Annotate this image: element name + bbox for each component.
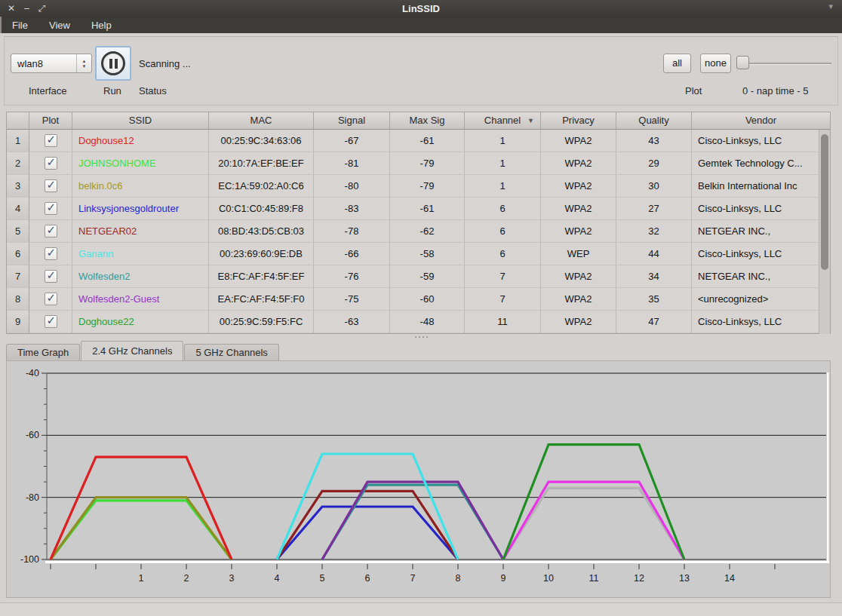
svg-text:5: 5: [320, 573, 325, 584]
vendor-cell: Cisco-Linksys, LLC: [692, 311, 830, 333]
plot-checkbox[interactable]: ✓: [45, 247, 57, 260]
naptime-label: 0 - nap time - 5: [742, 85, 808, 97]
check-icon: ✓: [47, 246, 57, 259]
check-icon: ✓: [47, 314, 57, 327]
svg-text:1: 1: [139, 573, 144, 584]
column-header-quality[interactable]: Quality: [616, 112, 692, 129]
interface-select[interactable]: wlan8 ▲ ▼: [11, 54, 92, 73]
plot-checkbox[interactable]: ✓: [45, 270, 57, 283]
plot-checkbox[interactable]: ✓: [45, 134, 57, 147]
scrollbar-thumb[interactable]: [821, 134, 828, 270]
svg-text:12: 12: [634, 573, 644, 584]
quality-cell: 35: [616, 288, 692, 311]
column-header-vendor[interactable]: Vendor: [692, 112, 830, 129]
column-header-max-sig[interactable]: Max Sig: [390, 112, 465, 129]
channel-cell: 6: [465, 220, 541, 243]
menu-item-help[interactable]: Help: [81, 18, 122, 32]
mac-cell: EA:FC:AF:F4:5F:F0: [209, 288, 314, 311]
naptime-slider-handle[interactable]: [736, 56, 749, 69]
ssid-cell: Linksysjonesgoldrouter: [72, 198, 209, 220]
svg-text:2: 2: [184, 573, 189, 584]
column-header-privacy[interactable]: Privacy: [541, 112, 616, 129]
max-sig-cell: -79: [390, 175, 465, 198]
splitter-handle[interactable]: [410, 335, 432, 339]
max-sig-cell: -61: [390, 198, 465, 220]
status-label: Status: [139, 85, 167, 97]
privacy-cell: WPA2: [541, 130, 616, 152]
menu-item-file[interactable]: File: [2, 18, 38, 32]
table-vertical-scrollbar[interactable]: [819, 130, 830, 334]
plot-cell: ✓: [29, 152, 72, 175]
table-header: PlotSSIDMACSignalMax SigChannel▼PrivacyQ…: [7, 112, 830, 130]
table-row[interactable]: 3✓belkin.0c6EC:1A:59:02:A0:C6-80-791WPA2…: [7, 175, 830, 198]
plot-all-button[interactable]: all: [663, 54, 691, 73]
svg-text:6: 6: [365, 573, 370, 584]
tab-2-4-ghz-channels[interactable]: 2.4 GHz Channels: [81, 341, 183, 360]
quality-cell: 32: [616, 220, 692, 243]
check-icon: ✓: [47, 155, 57, 169]
row-number: 6: [7, 243, 29, 265]
tab-time-graph[interactable]: Time Graph: [6, 344, 80, 360]
run-button[interactable]: [95, 46, 131, 81]
max-sig-cell: -48: [390, 311, 465, 333]
table-row[interactable]: 8✓Wolfesden2-GuestEA:FC:AF:F4:5F:F0-75-6…: [7, 288, 830, 311]
plot-cell: ✓: [29, 265, 72, 288]
max-sig-cell: -58: [390, 243, 465, 265]
plot-checkbox[interactable]: ✓: [45, 225, 57, 238]
check-icon: ✓: [47, 178, 57, 192]
channel-cell: 7: [465, 265, 541, 288]
series-johnsonhome: [51, 501, 232, 559]
column-header-plot[interactable]: Plot: [29, 112, 72, 129]
plot-cell: ✓: [29, 243, 72, 265]
signal-cell: -78: [314, 220, 390, 243]
row-number: 5: [7, 220, 29, 243]
interface-spinner[interactable]: ▲ ▼: [76, 54, 91, 72]
signal-cell: -81: [314, 152, 390, 175]
plot-checkbox[interactable]: ✓: [45, 179, 57, 192]
plot-checkbox[interactable]: ✓: [45, 202, 57, 215]
tabbar: Time Graph2.4 GHz Channels5 GHz Channels: [6, 341, 831, 360]
plot-checkbox[interactable]: ✓: [45, 315, 57, 328]
tab-5-ghz-channels[interactable]: 5 GHz Channels: [184, 344, 278, 360]
mac-cell: C0:C1:C0:45:89:F8: [209, 198, 314, 220]
svg-text:9: 9: [501, 573, 506, 584]
column-header-mac[interactable]: MAC: [209, 112, 314, 129]
naptime-slider-track[interactable]: [736, 63, 831, 65]
svg-text:8: 8: [456, 573, 461, 584]
plot-label: Plot: [685, 85, 702, 97]
ssid-cell: Wolfesden2-Guest: [72, 288, 209, 311]
plot-cell: ✓: [29, 198, 72, 220]
table-row[interactable]: 9✓Doghouse2200:25:9C:59:F5:FC-63-4811WPA…: [7, 311, 830, 333]
channel-cell: 11: [465, 311, 541, 333]
svg-text:-60: -60: [26, 430, 39, 440]
series-unlisted-ap-gray: [503, 488, 684, 559]
mac-cell: 08:BD:43:D5:CB:03: [209, 220, 314, 243]
table-row[interactable]: 2✓JOHNSONHOME20:10:7A:EF:BE:EF-81-791WPA…: [7, 152, 830, 175]
column-header-ssid[interactable]: SSID: [72, 112, 209, 129]
plot-cell: ✓: [29, 311, 72, 333]
chevron-down-icon[interactable]: ▾: [828, 2, 833, 11]
ssid-cell: NETGEAR02: [72, 220, 209, 243]
row-number: 3: [7, 175, 29, 198]
table-row[interactable]: 1✓Doghouse1200:25:9C:34:63:06-67-611WPA2…: [7, 130, 830, 152]
mac-cell: 20:10:7A:EF:BE:EF: [209, 152, 314, 175]
statusbar: [0, 602, 842, 616]
table-row[interactable]: 4✓LinksysjonesgoldrouterC0:C1:C0:45:89:F…: [7, 198, 830, 220]
plot-none-button[interactable]: none: [700, 54, 731, 73]
ssid-cell: Doghouse22: [72, 311, 209, 333]
menu-item-view[interactable]: View: [38, 18, 81, 32]
table-row[interactable]: 7✓Wolfesden2E8:FC:AF:F4:5F:EF-76-597WPA2…: [7, 265, 830, 288]
row-number: 4: [7, 198, 29, 220]
plot-checkbox[interactable]: ✓: [45, 293, 57, 305]
run-label: Run: [103, 85, 121, 97]
table-row[interactable]: 5✓NETGEAR0208:BD:43:D5:CB:03-78-626WPA23…: [7, 220, 830, 243]
vendor-cell: Belkin International Inc: [692, 175, 830, 198]
column-header-signal[interactable]: Signal: [314, 112, 390, 129]
table-row[interactable]: 6✓Ganann00:23:69:60:9E:DB-66-586WEP44Cis…: [7, 243, 830, 265]
column-header-channel[interactable]: Channel▼: [465, 112, 541, 129]
plot-checkbox[interactable]: ✓: [45, 157, 57, 170]
channel-cell: 1: [465, 152, 541, 175]
series-belkin-0c6: [51, 498, 232, 559]
row-number: 8: [7, 288, 29, 311]
svg-text:13: 13: [679, 573, 690, 584]
